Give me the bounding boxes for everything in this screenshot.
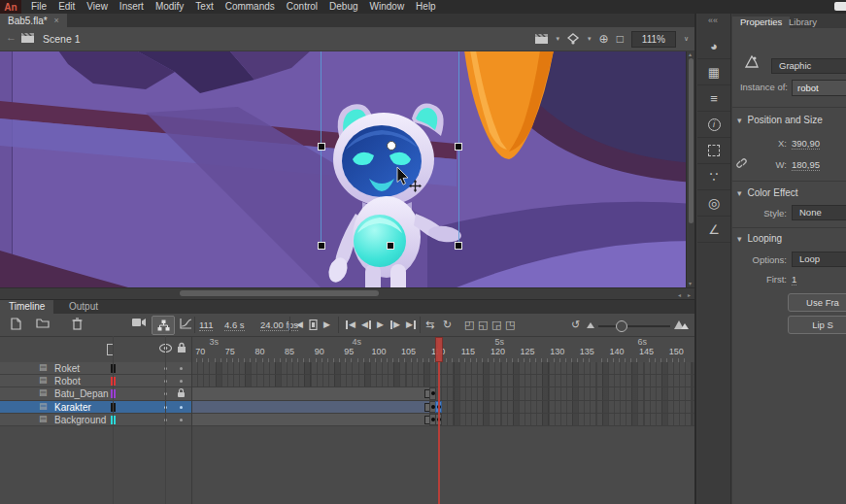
scroll-right-icon[interactable]: ▸ [688, 291, 691, 298]
zoom-in-frames-icon[interactable] [681, 323, 689, 329]
workspace-button-partial[interactable] [834, 2, 846, 11]
new-folder-button[interactable] [36, 318, 50, 328]
transformation-point[interactable] [387, 141, 396, 151]
scroll-up-icon[interactable]: ▴ [689, 50, 692, 57]
menu-control[interactable]: Control [281, 0, 323, 14]
symbol-behavior-dropdown[interactable]: Graphic [771, 58, 846, 74]
frames-batu_depan[interactable] [191, 387, 694, 400]
layer-background[interactable]: Background [0, 414, 191, 426]
center-stage-icon[interactable] [599, 30, 609, 48]
layer-robot[interactable]: Robot [0, 375, 191, 387]
lock-column-icon[interactable] [177, 342, 186, 353]
edit-symbols-icon[interactable] [567, 33, 580, 45]
lip-syncing-button[interactable]: Lip S [788, 316, 846, 334]
clip-content-icon[interactable] [617, 30, 624, 48]
robot-character[interactable] [319, 99, 464, 287]
current-frame-field[interactable]: 111 [199, 319, 213, 331]
step-forward-button[interactable]: ▶ [390, 319, 400, 329]
tab-library[interactable]: Library [781, 17, 825, 28]
w-value[interactable]: 180,95 [792, 159, 820, 171]
timeline-ruler[interactable]: 3s4s5s6s 7075808590951001051101151201251… [0, 336, 694, 363]
frames-background[interactable] [191, 414, 694, 426]
menu-window[interactable]: Window [364, 0, 411, 14]
layer-lock-dot[interactable] [180, 419, 183, 421]
document-tab[interactable]: Bab5.fla* × [0, 14, 67, 27]
zoom-level-field[interactable]: 111% [631, 31, 676, 48]
menu-view[interactable]: View [81, 0, 114, 14]
layer-lock-dot[interactable] [180, 380, 183, 383]
frames-area[interactable] [191, 362, 694, 426]
edit-multiple-frames-button[interactable] [491, 318, 501, 331]
menu-file[interactable]: File [25, 0, 52, 14]
first-frame-value[interactable]: 1 [792, 274, 796, 286]
frame-size-slider-knob[interactable] [616, 320, 627, 332]
reset-timeline-zoom-button[interactable] [571, 318, 580, 331]
tab-output[interactable]: Output [60, 300, 107, 314]
layer-roket[interactable]: Roket [0, 362, 191, 375]
elapsed-time-field[interactable]: 4.6 s [224, 319, 245, 331]
add-camera-button[interactable] [132, 318, 147, 327]
palette-icon[interactable] [697, 33, 730, 59]
modify-markers-button[interactable] [505, 318, 515, 331]
frame-size-slider[interactable] [598, 325, 670, 327]
swatches-icon[interactable] [697, 59, 730, 85]
playhead-line[interactable] [438, 339, 440, 504]
menu-edit[interactable]: Edit [52, 0, 81, 14]
zoom-dropdown-icon[interactable]: ∨ [684, 35, 689, 43]
stage-horizontal-scrollbar-thumb[interactable] [180, 290, 379, 296]
new-layer-button[interactable] [10, 318, 22, 330]
stage[interactable] [0, 50, 694, 287]
selection-handle-left[interactable] [318, 143, 325, 151]
go-to-last-frame-button[interactable]: ▶ [406, 319, 416, 329]
onion-marker-back-button[interactable]: ◀ [296, 319, 303, 329]
show-parenting-view-button[interactable] [152, 316, 175, 335]
close-icon[interactable]: × [54, 16, 59, 25]
center-frame-button[interactable] [425, 318, 434, 331]
scene-name[interactable]: Scene 1 [43, 33, 81, 45]
menu-insert[interactable]: Insert [114, 0, 150, 14]
step-back-button[interactable]: ◀ [361, 319, 371, 329]
collapse-panels-icon[interactable] [708, 16, 718, 25]
x-value[interactable]: 390,90 [792, 138, 820, 150]
selection-handle-bottom-right[interactable] [455, 242, 462, 250]
onion-skin-button[interactable] [464, 318, 474, 331]
edit-symbols-dropdown-icon[interactable]: ▾ [588, 35, 592, 43]
layer-karakter[interactable]: Karakter [0, 401, 191, 414]
keyframe[interactable] [429, 387, 436, 399]
delete-layer-button[interactable] [72, 318, 83, 330]
onion-marker-range-icon[interactable] [309, 319, 318, 330]
layer-lock-dot[interactable] [180, 367, 183, 370]
layer-lock-icon[interactable] [178, 392, 185, 397]
onion-marker-forward-button[interactable]: ▶ [323, 319, 330, 329]
scroll-left-icon[interactable]: ◂ [678, 291, 681, 298]
edit-scene-dropdown-icon[interactable]: ▾ [557, 35, 560, 43]
cc-icon[interactable] [697, 190, 730, 217]
graph-icon[interactable] [697, 217, 730, 243]
instance-name-field[interactable] [792, 80, 846, 96]
animate-logo[interactable]: An [0, 0, 21, 14]
playhead-marker[interactable] [435, 337, 443, 362]
frame-rate-field[interactable]: 24.00 fps [260, 319, 298, 331]
selection-handle-bottom-center[interactable] [387, 242, 394, 250]
transform-icon[interactable] [697, 138, 730, 164]
tab-timeline[interactable]: Timeline [0, 300, 53, 314]
layer-batu_depan[interactable]: Batu_Depan [0, 387, 191, 400]
menu-commands[interactable]: Commands [220, 0, 281, 14]
back-arrow-icon[interactable] [6, 31, 17, 43]
use-frame-picker-button[interactable]: Use Fra [788, 293, 846, 312]
selection-handle-right[interactable] [455, 143, 462, 151]
menu-modify[interactable]: Modify [150, 0, 189, 14]
section-color-effect[interactable]: Color Effect [737, 187, 798, 198]
frames-roket[interactable] [191, 362, 694, 375]
go-to-first-frame-button[interactable]: ◀ [346, 319, 355, 329]
selection-handle-bottom-left[interactable] [318, 242, 325, 250]
menu-debug[interactable]: Debug [323, 0, 363, 14]
stage-horizontal-scrollbar[interactable]: ◂ ▸ [0, 287, 694, 299]
scroll-down-icon[interactable]: ▾ [689, 280, 692, 286]
particles-icon[interactable] [697, 164, 730, 190]
play-button[interactable]: ▶ [377, 319, 384, 329]
onion-skin-outlines-button[interactable] [478, 318, 488, 331]
frames-robot[interactable] [191, 375, 694, 387]
align-icon[interactable] [697, 85, 730, 112]
menu-text[interactable]: Text [189, 0, 219, 14]
